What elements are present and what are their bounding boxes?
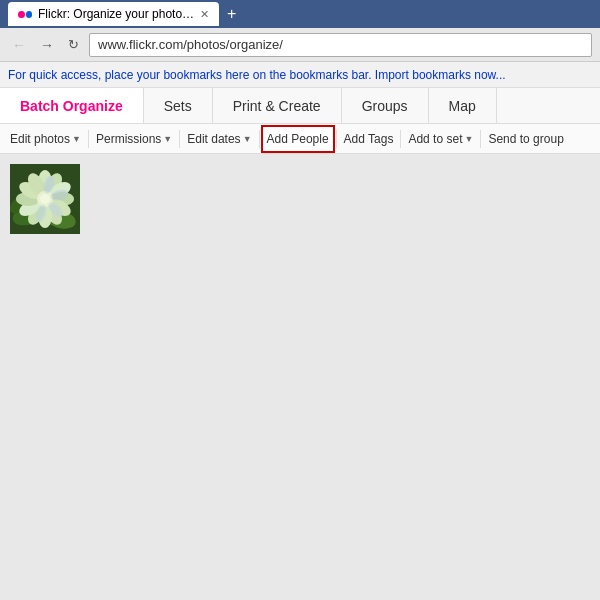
send-to-group-button[interactable]: Send to group bbox=[482, 125, 569, 153]
divider-5 bbox=[400, 130, 401, 148]
back-button[interactable]: ← bbox=[8, 35, 30, 55]
browser-title-bar: Flickr: Organize your photo… ✕ + bbox=[0, 0, 600, 28]
tab-favicon bbox=[18, 7, 32, 21]
add-people-button[interactable]: Add People bbox=[261, 125, 335, 153]
divider-2 bbox=[179, 130, 180, 148]
edit-photos-arrow: ▼ bbox=[72, 134, 81, 144]
add-tags-button[interactable]: Add Tags bbox=[338, 125, 400, 153]
address-bar[interactable]: www.flickr.com/photos/organize/ bbox=[89, 33, 592, 57]
add-to-set-button[interactable]: Add to set ▼ bbox=[402, 125, 479, 153]
page-content: Batch Organize Sets Print & Create Group… bbox=[0, 88, 600, 600]
svg-point-17 bbox=[40, 194, 50, 204]
edit-photos-button[interactable]: Edit photos ▼ bbox=[4, 125, 87, 153]
tab-groups[interactable]: Groups bbox=[342, 88, 429, 123]
edit-dates-arrow: ▼ bbox=[243, 134, 252, 144]
browser-tab[interactable]: Flickr: Organize your photo… ✕ bbox=[8, 2, 219, 26]
permissions-button[interactable]: Permissions ▼ bbox=[90, 125, 178, 153]
tab-map[interactable]: Map bbox=[429, 88, 497, 123]
photo-thumbnail[interactable] bbox=[10, 164, 80, 234]
bookmarks-bar: For quick access, place your bookmarks h… bbox=[0, 62, 600, 88]
import-bookmarks-link[interactable]: Import bookmarks now... bbox=[375, 68, 506, 82]
tab-title: Flickr: Organize your photo… bbox=[38, 7, 194, 21]
divider-3 bbox=[259, 130, 260, 148]
bookmarks-text: For quick access, place your bookmarks h… bbox=[8, 68, 372, 82]
browser-nav-bar: ← → ↻ www.flickr.com/photos/organize/ bbox=[0, 28, 600, 62]
url-text: www.flickr.com/photos/organize/ bbox=[98, 37, 283, 52]
permissions-arrow: ▼ bbox=[163, 134, 172, 144]
divider-6 bbox=[480, 130, 481, 148]
refresh-button[interactable]: ↻ bbox=[64, 35, 83, 54]
tab-batch-organize[interactable]: Batch Organize bbox=[0, 88, 144, 123]
divider-4 bbox=[336, 130, 337, 148]
flickr-nav: Batch Organize Sets Print & Create Group… bbox=[0, 88, 600, 124]
tab-print-create[interactable]: Print & Create bbox=[213, 88, 342, 123]
divider-1 bbox=[88, 130, 89, 148]
toolbar: Edit photos ▼ Permissions ▼ Edit dates ▼… bbox=[0, 124, 600, 154]
photo-area bbox=[0, 154, 600, 600]
tab-close-button[interactable]: ✕ bbox=[200, 8, 209, 21]
edit-dates-button[interactable]: Edit dates ▼ bbox=[181, 125, 257, 153]
new-tab-button[interactable]: + bbox=[223, 5, 240, 23]
forward-button[interactable]: → bbox=[36, 35, 58, 55]
add-to-set-arrow: ▼ bbox=[464, 134, 473, 144]
tab-sets[interactable]: Sets bbox=[144, 88, 213, 123]
